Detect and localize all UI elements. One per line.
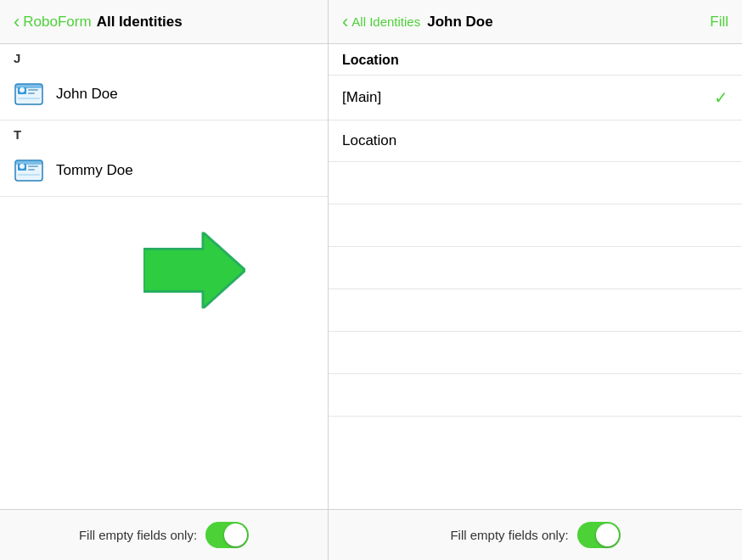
right-back-label[interactable]: All Identities	[351, 14, 420, 29]
identity-john-doe[interactable]: John Doe	[0, 69, 328, 120]
left-fill-toggle[interactable]	[205, 522, 249, 548]
left-toggle-knob	[224, 524, 247, 546]
fill-button[interactable]: Fill	[710, 14, 728, 31]
svg-rect-3	[28, 89, 38, 91]
right-arrow-icon	[143, 232, 245, 309]
section-t-header: T	[0, 120, 328, 145]
main-check-icon: ✓	[714, 87, 728, 108]
john-doe-label: John Doe	[56, 86, 118, 103]
identities-list: J John Doe T	[0, 44, 328, 197]
left-fill-empty-label: Fill empty fields only:	[79, 528, 197, 542]
main-location-label: [Main]	[342, 89, 714, 106]
svg-rect-10	[28, 165, 38, 167]
empty-row-6	[329, 374, 742, 417]
svg-point-6	[20, 87, 25, 92]
right-bottom-bar: Fill empty fields only:	[329, 509, 742, 560]
svg-rect-4	[28, 92, 35, 94]
svg-point-13	[20, 164, 25, 169]
svg-rect-9	[15, 160, 42, 165]
right-toggle-knob	[596, 524, 619, 546]
right-fill-toggle[interactable]	[577, 522, 621, 548]
roboform-brand: RoboForm	[23, 14, 91, 31]
svg-marker-14	[143, 232, 245, 309]
right-back-icon: ‹	[342, 11, 348, 33]
svg-rect-12	[18, 174, 40, 176]
right-fill-empty-label: Fill empty fields only:	[450, 528, 568, 542]
empty-row-4	[329, 289, 742, 332]
identity-icon-john	[14, 79, 44, 109]
right-header: ‹ All Identities John Doe Fill	[329, 0, 742, 44]
left-bottom-bar: Fill empty fields only:	[0, 509, 328, 560]
identity-tommy-doe[interactable]: Tommy Doe	[0, 145, 328, 197]
empty-row-1	[329, 162, 742, 204]
location-section-header: Location	[329, 44, 742, 76]
right-panel-title: John Doe	[427, 14, 710, 31]
tommy-doe-label: Tommy Doe	[56, 162, 133, 179]
arrow-overlay	[143, 232, 245, 312]
left-panel: ‹ RoboForm All Identities J John Doe	[0, 0, 329, 560]
empty-row-5	[329, 332, 742, 374]
location-item[interactable]: Location	[329, 120, 742, 162]
location-main-item[interactable]: [Main] ✓	[329, 76, 742, 120]
identity-icon-tommy	[14, 155, 44, 186]
left-header: ‹ RoboForm All Identities	[0, 0, 328, 44]
svg-rect-5	[18, 98, 40, 99]
section-j-header: J	[0, 44, 328, 69]
roboform-back-icon: ‹	[14, 11, 20, 33]
right-panel: ‹ All Identities John Doe Fill Location …	[329, 0, 742, 560]
svg-rect-2	[15, 84, 42, 88]
empty-row-2	[329, 204, 742, 247]
location-label: Location	[342, 132, 728, 149]
svg-rect-11	[28, 169, 35, 171]
right-content: Location [Main] ✓ Location	[329, 44, 742, 509]
left-panel-title: All Identities	[97, 14, 183, 31]
empty-row-3	[329, 247, 742, 289]
